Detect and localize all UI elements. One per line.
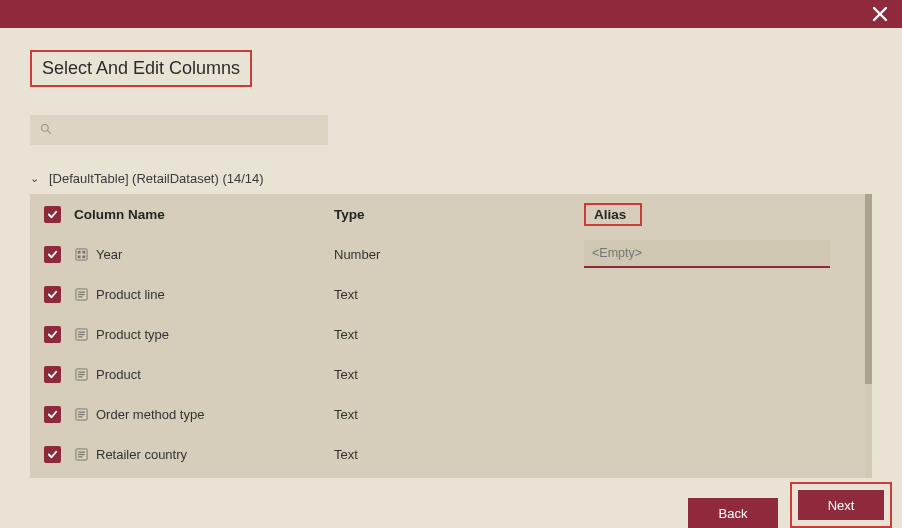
header-alias: Alias (584, 203, 852, 226)
text-column-icon (74, 287, 88, 301)
columns-table: Column Name Type Alias YearNumberProduct… (30, 194, 872, 478)
column-type-label: Text (334, 327, 584, 342)
table-row: Product typeText (30, 314, 872, 354)
number-column-icon (74, 247, 88, 261)
svg-point-0 (42, 125, 49, 132)
table-row: Retailer countryText (30, 434, 872, 474)
chevron-down-icon[interactable]: ⌄ (30, 172, 39, 185)
column-name-label: Product type (96, 327, 169, 342)
svg-rect-3 (77, 250, 80, 253)
svg-rect-4 (82, 250, 85, 253)
column-name-label: Order method type (96, 407, 204, 422)
row-checkbox[interactable] (44, 326, 61, 343)
svg-line-1 (48, 131, 51, 134)
text-column-icon (74, 327, 88, 341)
dataset-tree-node[interactable]: ⌄ [DefaultTable] (RetailDataset) (14/14) (30, 171, 872, 186)
row-checkbox[interactable] (44, 286, 61, 303)
search-input[interactable] (60, 123, 318, 138)
column-name-label: Product (96, 367, 141, 382)
select-all-checkbox[interactable] (44, 206, 61, 223)
column-type-label: Text (334, 287, 584, 302)
alias-input[interactable] (584, 240, 830, 268)
header-type: Type (334, 207, 584, 222)
back-button[interactable]: Back (688, 498, 778, 528)
text-column-icon (74, 367, 88, 381)
search-icon (40, 121, 52, 139)
dataset-tree-label: [DefaultTable] (RetailDataset) (14/14) (49, 171, 264, 186)
column-type-label: Text (334, 407, 584, 422)
column-name-label: Retailer country (96, 447, 187, 462)
row-checkbox[interactable] (44, 446, 61, 463)
svg-rect-5 (77, 255, 80, 258)
wizard-footer: Back Next (0, 484, 902, 528)
svg-rect-2 (75, 248, 86, 259)
search-input-container[interactable] (30, 115, 328, 145)
table-row: ProductText (30, 354, 872, 394)
alias-input[interactable] (584, 328, 592, 342)
alias-input[interactable] (584, 288, 592, 302)
table-row: Order method typeText (30, 394, 872, 434)
row-checkbox[interactable] (44, 246, 61, 263)
table-header-row: Column Name Type Alias (30, 194, 872, 234)
text-column-icon (74, 407, 88, 421)
scrollbar-thumb[interactable] (865, 194, 872, 384)
next-button[interactable]: Next (798, 490, 884, 520)
scrollbar-track[interactable] (865, 194, 872, 478)
column-type-label: Text (334, 367, 584, 382)
next-button-highlight: Next (790, 482, 892, 528)
column-type-label: Number (334, 247, 584, 262)
alias-input[interactable] (584, 408, 592, 422)
column-name-label: Year (96, 247, 122, 262)
row-checkbox[interactable] (44, 406, 61, 423)
table-row: YearNumber (30, 234, 872, 274)
column-name-label: Product line (96, 287, 165, 302)
table-row: Product lineText (30, 274, 872, 314)
alias-input[interactable] (584, 448, 592, 462)
row-checkbox[interactable] (44, 366, 61, 383)
alias-input[interactable] (584, 368, 592, 382)
text-column-icon (74, 447, 88, 461)
page-title: Select And Edit Columns (30, 50, 252, 87)
header-column-name: Column Name (74, 207, 334, 222)
svg-rect-6 (82, 255, 85, 258)
title-bar (0, 0, 902, 28)
header-alias-label: Alias (584, 203, 642, 226)
column-type-label: Text (334, 447, 584, 462)
close-icon[interactable] (866, 4, 894, 24)
